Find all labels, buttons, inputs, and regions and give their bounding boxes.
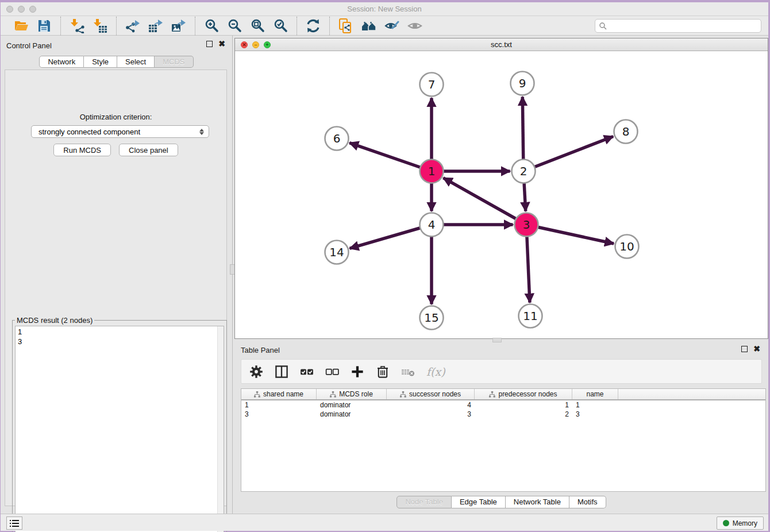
graph-node-11[interactable]: 11 bbox=[519, 304, 542, 328]
search-input[interactable] bbox=[607, 22, 757, 30]
tab-motifs[interactable]: Motifs bbox=[569, 496, 606, 508]
table-cell[interactable]: 3 bbox=[387, 410, 475, 419]
table-cell[interactable]: dominator bbox=[317, 410, 387, 419]
graph-node-2[interactable]: 2 bbox=[512, 160, 536, 183]
svg-text:10: 10 bbox=[619, 240, 634, 253]
split-columns-icon[interactable] bbox=[275, 365, 288, 379]
duplicate-network-icon[interactable] bbox=[338, 18, 354, 34]
column-header-MCDS-role[interactable]: MCDS role bbox=[317, 389, 387, 399]
edge-3-10[interactable] bbox=[526, 225, 614, 244]
graph-node-3[interactable]: 3 bbox=[515, 213, 538, 237]
tab-node-table[interactable]: Node Table bbox=[396, 496, 452, 508]
search-field[interactable] bbox=[595, 19, 761, 33]
add-column-icon[interactable] bbox=[351, 365, 364, 379]
refresh-icon[interactable] bbox=[305, 18, 321, 34]
import-network-icon[interactable] bbox=[69, 18, 85, 34]
table-cell[interactable]: 3 bbox=[241, 410, 317, 419]
memory-button[interactable]: Memory bbox=[717, 516, 764, 530]
graph-node-15[interactable]: 15 bbox=[420, 306, 444, 330]
network-graph[interactable]: 1234678910111415 bbox=[235, 51, 768, 338]
save-session-icon[interactable] bbox=[36, 18, 52, 34]
graph-node-14[interactable]: 14 bbox=[325, 241, 349, 264]
open-file-icon[interactable] bbox=[13, 18, 29, 34]
table-panel: Table Panel ✖ f(x) shared nameMCDS roles… bbox=[234, 342, 768, 514]
mcds-result-textarea[interactable]: 1 3 bbox=[15, 326, 224, 532]
import-table-icon[interactable] bbox=[92, 18, 108, 34]
search-icon bbox=[599, 22, 607, 30]
run-mcds-button[interactable]: Run MCDS bbox=[53, 144, 111, 156]
svg-text:15: 15 bbox=[424, 311, 438, 325]
column-header-predecessor-nodes[interactable]: predecessor nodes bbox=[475, 389, 572, 399]
result-scrollbar[interactable] bbox=[217, 326, 224, 532]
tab-select[interactable]: Select bbox=[117, 56, 155, 68]
criterion-dropdown[interactable]: strongly connected component bbox=[31, 125, 209, 138]
select-all-columns-icon[interactable] bbox=[300, 365, 314, 379]
window-title: Session: New Session bbox=[1, 5, 768, 13]
tab-mcds[interactable]: MCDS bbox=[155, 56, 193, 68]
mcds-result-fieldset: MCDS result (2 nodes) 1 3 bbox=[12, 316, 227, 532]
show-all-icon[interactable] bbox=[407, 18, 423, 34]
zoom-in-icon[interactable] bbox=[203, 18, 220, 34]
graph-node-9[interactable]: 9 bbox=[511, 72, 534, 95]
tab-style[interactable]: Style bbox=[84, 56, 117, 68]
table-cell[interactable]: 1 bbox=[475, 400, 572, 410]
unselect-all-columns-icon[interactable] bbox=[325, 365, 339, 379]
table-cell[interactable]: 1 bbox=[241, 400, 317, 410]
edge-4-14[interactable] bbox=[350, 225, 432, 248]
zoom-fit-icon[interactable] bbox=[249, 18, 265, 34]
gear-icon[interactable] bbox=[249, 365, 263, 379]
hierarchy-icon bbox=[489, 391, 495, 398]
hide-selected-icon[interactable] bbox=[384, 18, 400, 34]
table-cell[interactable]: 1 bbox=[572, 400, 618, 410]
control-panel: Control Panel ✖ NetworkStyleSelectMCDS O… bbox=[1, 36, 232, 514]
float-panel-icon[interactable] bbox=[206, 41, 213, 47]
table-cell[interactable]: 3 bbox=[572, 410, 618, 419]
table-row[interactable]: 3dominator323 bbox=[241, 410, 765, 419]
hierarchy-icon bbox=[400, 391, 406, 398]
tab-network[interactable]: Network bbox=[39, 56, 84, 68]
column-header-successor-nodes[interactable]: successor nodes bbox=[387, 389, 475, 399]
table-body: 1dominator4113dominator323 bbox=[241, 400, 765, 419]
graph-node-6[interactable]: 6 bbox=[325, 127, 349, 151]
edge-3-1[interactable] bbox=[443, 178, 526, 225]
zoom-out-icon[interactable] bbox=[226, 18, 242, 34]
float-table-panel-icon[interactable] bbox=[741, 346, 748, 352]
task-history-button[interactable] bbox=[6, 516, 22, 530]
graph-node-7[interactable]: 7 bbox=[420, 73, 444, 97]
svg-text:7: 7 bbox=[428, 78, 436, 91]
edge-1-6[interactable] bbox=[349, 143, 432, 171]
table-cell[interactable]: 2 bbox=[475, 410, 572, 419]
export-network-icon[interactable] bbox=[125, 18, 141, 34]
table-cell[interactable]: dominator bbox=[317, 400, 387, 410]
horizontal-splitter-handle[interactable] bbox=[492, 338, 502, 342]
graph-node-8[interactable]: 8 bbox=[614, 120, 638, 144]
graph-node-1[interactable]: 1 bbox=[420, 160, 444, 183]
table-cell[interactable]: 4 bbox=[387, 400, 475, 410]
main-toolbar bbox=[1, 16, 768, 36]
hierarchy-icon bbox=[254, 391, 260, 398]
column-header-name[interactable]: name bbox=[572, 389, 618, 399]
svg-text:1: 1 bbox=[428, 164, 436, 178]
node-table[interactable]: shared nameMCDS rolesuccessor nodesprede… bbox=[241, 388, 766, 492]
close-panel-icon[interactable]: ✖ bbox=[218, 41, 225, 47]
table-row[interactable]: 1dominator411 bbox=[241, 400, 765, 410]
table-toolbar: f(x) bbox=[241, 359, 762, 384]
network-canvas[interactable]: 1234678910111415 bbox=[235, 51, 768, 338]
control-panel-title: Control Panel bbox=[6, 41, 52, 50]
graph-node-4[interactable]: 4 bbox=[420, 213, 444, 237]
network-window-titlebar[interactable]: ✕ – + scc.txt bbox=[235, 38, 768, 51]
export-table-icon[interactable] bbox=[148, 18, 164, 34]
delete-table-icon bbox=[401, 365, 415, 379]
first-neighbors-icon[interactable] bbox=[361, 18, 377, 34]
function-builder-icon: f(x) bbox=[426, 365, 445, 378]
close-panel-button[interactable]: Close panel bbox=[119, 144, 178, 156]
export-image-icon[interactable] bbox=[171, 18, 187, 34]
column-header-shared-name[interactable]: shared name bbox=[241, 389, 317, 399]
zoom-selected-icon[interactable] bbox=[272, 18, 288, 34]
close-table-panel-icon[interactable]: ✖ bbox=[753, 346, 760, 352]
tab-network-table[interactable]: Network Table bbox=[506, 496, 569, 508]
graph-node-10[interactable]: 10 bbox=[615, 235, 639, 259]
tab-edge-table[interactable]: Edge Table bbox=[452, 496, 506, 508]
delete-column-icon[interactable] bbox=[376, 365, 390, 379]
edge-2-8[interactable] bbox=[523, 136, 613, 171]
